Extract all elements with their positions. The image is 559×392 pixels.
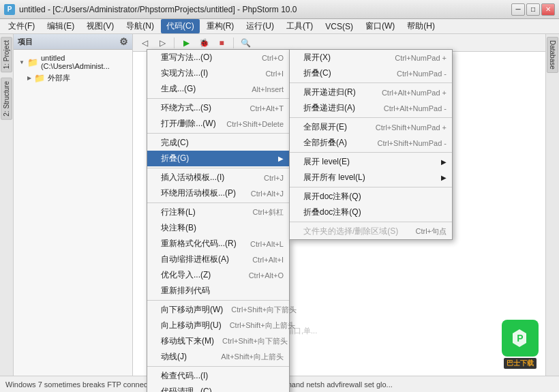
menu-implement-methods[interactable]: 实现方法...(I) Ctrl+I: [147, 65, 289, 81]
toolbar-forward-btn[interactable]: ▷: [155, 36, 170, 50]
main-area: 1: Project 2: Structure 项目 ⚙ ▼ 📁 untitle…: [0, 34, 559, 376]
sidebar-item-database[interactable]: Database: [547, 37, 558, 73]
menu-line-comment[interactable]: 行注释(L) Ctrl+斜杠: [147, 205, 289, 220]
menu-surround-with[interactable]: 环绕方式...(S) Ctrl+Alt+T: [147, 100, 289, 116]
submenu-collapse-doc[interactable]: 折叠doc注释(Q): [290, 205, 452, 220]
menu-cleanup-code[interactable]: 代码清理...(C): [147, 384, 289, 392]
sep-3: [147, 168, 289, 168]
subm-sep-1: [290, 82, 452, 83]
submenu-collapse-recursive[interactable]: 折叠递进归(A) Ctrl+Alt+NumPad -: [290, 100, 452, 116]
menu-view[interactable]: 视图(V): [81, 19, 119, 33]
sidebar-left: 1: Project 2: Structure: [0, 34, 14, 376]
sidebar-item-project[interactable]: 1: Project: [1, 37, 12, 72]
submenu-arrow-icon: ▶: [278, 155, 284, 162]
close-button[interactable]: ✕: [541, 3, 555, 16]
menu-inspect-code[interactable]: 检查代码...(I): [147, 368, 289, 384]
menu-insert-live-template[interactable]: 插入活动模板...(I) Ctrl+J: [147, 170, 289, 185]
subm-sep-2: [290, 117, 452, 118]
menu-code[interactable]: 代码(C): [161, 19, 200, 33]
level-arrow-icon: ▶: [441, 158, 447, 166]
app-icon: P: [4, 4, 15, 15]
toolbar-sep-2: [233, 37, 234, 48]
menu-generate[interactable]: 生成...(G) Alt+Insert: [147, 81, 289, 97]
folder-libs-icon: 📁: [34, 73, 45, 83]
submenu-expand-all-level[interactable]: 展开所有 level(L) ▶: [290, 170, 452, 185]
tree-item-external-libs[interactable]: ▶ 📁 外部库: [14, 72, 132, 85]
menu-window[interactable]: 窗口(W): [360, 19, 400, 33]
title-bar-controls: ─ □ ✕: [511, 3, 555, 16]
menu-help[interactable]: 帮助(H): [402, 19, 440, 33]
title-bar-left: P untitled - [C:/Users/Administrator/Php…: [4, 4, 297, 15]
tree-item-untitled[interactable]: ▼ 📁 untitled (C:\Users\Administ...: [14, 52, 132, 72]
sep-1: [147, 98, 289, 99]
all-level-arrow-icon: ▶: [441, 174, 447, 181]
menu-run[interactable]: 运行(U): [241, 19, 280, 33]
tree-label-untitled: untitled (C:\Users\Administ...: [41, 54, 127, 70]
watermark-logo: P: [502, 320, 539, 357]
sep-2: [147, 133, 289, 134]
toolbar-run-btn[interactable]: ▶: [179, 36, 194, 50]
menu-move-statement-up[interactable]: 向上移动声明(U) Ctrl+Shift+向上箭头: [147, 318, 289, 333]
menu-surround-live-template[interactable]: 环绕用活动模板...(P) Ctrl+Alt+J: [147, 185, 289, 201]
menu-optimize-imports[interactable]: 优化导入...(Z) Ctrl+Alt+O: [147, 267, 289, 283]
sep-4: [147, 202, 289, 203]
title-bar-text: untitled - [C:/Users/Administrator/Phpst…: [19, 5, 297, 14]
project-tree: ▼ 📁 untitled (C:\Users\Administ... ▶ 📁 外…: [14, 50, 132, 376]
project-panel-header: 项目 ⚙: [14, 34, 132, 50]
sidebar-right: Database: [545, 34, 559, 376]
menu-move-statement-down[interactable]: 向下移动声明(W) Ctrl+Shift+向下箭头: [147, 302, 289, 318]
toolbar-sep-1: [174, 37, 175, 48]
toolbar-stop-btn[interactable]: ■: [214, 36, 229, 50]
menu-unwrap[interactable]: 打开/删除...(W) Ctrl+Shift+Delete: [147, 116, 289, 132]
menu-override-methods[interactable]: 重写方法...(O) Ctrl+O: [147, 50, 289, 65]
folder-icon: 📁: [27, 57, 38, 67]
menu-complete[interactable]: 完成(C): [147, 135, 289, 151]
svg-text:P: P: [517, 333, 523, 344]
submenu-expand-recursive[interactable]: 展开递进归(R) Ctrl+Alt+NumPad +: [290, 85, 452, 100]
submenu-folder-selection: 文件夹的选择/删除区域(S) Ctrl+句点: [290, 224, 452, 239]
code-menu-dropdown[interactable]: 重写方法...(O) Ctrl+O 实现方法...(I) Ctrl+I 生成..…: [147, 49, 290, 392]
menu-refactor[interactable]: 重构(R): [201, 19, 240, 33]
menu-navigate[interactable]: 导航(N): [121, 19, 160, 33]
maximize-button[interactable]: □: [526, 3, 540, 16]
menu-file[interactable]: 文件(F): [3, 19, 40, 33]
menu-block-comment[interactable]: 块注释(B): [147, 220, 289, 236]
tree-label-external-libs: 外部库: [48, 73, 70, 83]
submenu-expand-level[interactable]: 展开 level(E) ▶: [290, 154, 452, 170]
project-panel: 项目 ⚙ ▼ 📁 untitled (C:\Users\Administ... …: [14, 34, 133, 376]
menu-move-line-down[interactable]: 移动线下来(M) Ctrl+Shift+向下箭头: [147, 333, 289, 349]
menu-rearrange[interactable]: 重新排列代码: [147, 283, 289, 299]
sep-5: [147, 300, 289, 301]
menu-tools[interactable]: 工具(T): [281, 19, 318, 33]
logo-icon: P: [507, 325, 533, 351]
submenu-collapse[interactable]: 折叠(C) Ctrl+NumPad -: [290, 65, 452, 81]
menu-move-line[interactable]: 动线(J) Alt+Shift+向上箭头: [147, 349, 289, 365]
tree-arrow-icon: ▼: [19, 59, 25, 65]
menu-folding[interactable]: 折叠(G) ▶: [147, 151, 289, 166]
toolbar-search-btn[interactable]: 🔍: [238, 36, 253, 50]
submenu-expand-doc[interactable]: 展开doc注释(Q): [290, 189, 452, 205]
project-panel-title: 项目: [18, 37, 33, 47]
menu-auto-indent[interactable]: 自动缩排进框板(A) Ctrl+Alt+I: [147, 252, 289, 267]
watermark-text: 巴士下载: [504, 358, 537, 369]
submenu-collapse-all[interactable]: 全部折叠(A) Ctrl+Shift+NumPad -: [290, 135, 452, 151]
sep-6: [147, 366, 289, 367]
watermark: P 巴士下载: [502, 320, 539, 369]
project-settings-icon[interactable]: ⚙: [119, 36, 128, 47]
minimize-button[interactable]: ─: [511, 3, 525, 16]
toolbar-debug-btn[interactable]: 🐞: [196, 36, 211, 50]
title-bar: P untitled - [C:/Users/Administrator/Php…: [0, 0, 559, 19]
tree-arrow-libs-icon: ▶: [27, 75, 31, 81]
menu-edit[interactable]: 编辑(E): [42, 19, 80, 33]
sidebar-item-structure[interactable]: 2: Structure: [1, 78, 12, 120]
toolbar-back-btn[interactable]: ◁: [137, 36, 152, 50]
menu-reformat[interactable]: 重新格式化代码...(R) Ctrl+Alt+L: [147, 236, 289, 252]
subm-sep-3: [290, 152, 452, 153]
submenu-expand-all[interactable]: 全部展开(E) Ctrl+Shift+NumPad +: [290, 119, 452, 135]
subm-sep-5: [290, 222, 452, 222]
subm-sep-4: [290, 187, 452, 187]
menu-vcs[interactable]: VCS(S): [320, 20, 359, 33]
folding-submenu[interactable]: 展开(X) Ctrl+NumPad + 折叠(C) Ctrl+NumPad - …: [289, 49, 453, 240]
menu-bar: 文件(F) 编辑(E) 视图(V) 导航(N) 代码(C) 重构(R) 运行(U…: [0, 19, 559, 34]
submenu-expand[interactable]: 展开(X) Ctrl+NumPad +: [290, 50, 452, 65]
